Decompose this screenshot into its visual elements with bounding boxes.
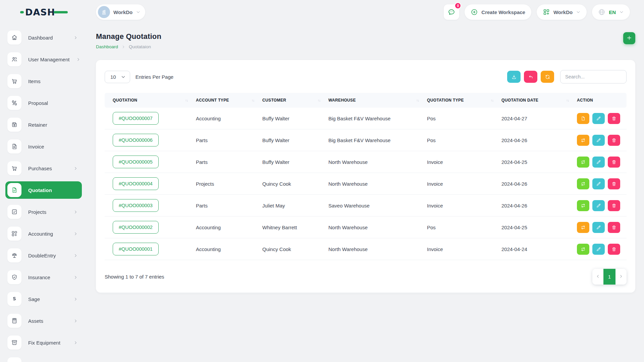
delete-button[interactable] [608, 222, 620, 233]
sort-icon[interactable]: ↑↓ [566, 99, 569, 102]
breadcrumb-dashboard-link[interactable]: Dashboard [96, 44, 118, 49]
quotation-date-cell: 2024-04-26 [497, 129, 573, 151]
row-actions [577, 135, 623, 146]
chevron-right-icon [73, 297, 78, 301]
shield-icon [11, 274, 18, 281]
topbar-actions: 0 Create Workspace WorkDo EN [444, 4, 644, 20]
delete-button[interactable] [608, 200, 620, 211]
column-header-quotation-type[interactable]: QUOTATION TYPE↑↓ [423, 93, 497, 108]
convert-button[interactable] [577, 222, 589, 233]
next-page-button[interactable] [615, 269, 627, 285]
convert-button[interactable] [577, 178, 589, 189]
quotation-number-badge[interactable]: #QUOO000001 [113, 243, 159, 255]
globe-icon [598, 8, 605, 16]
chevron-right-icon [76, 57, 80, 62]
grid-plus-icon [11, 230, 18, 237]
edit-button[interactable] [592, 157, 605, 168]
sidebar-item-items[interactable]: Items [5, 72, 82, 90]
workspace-menu-button[interactable]: WorkDo [537, 4, 587, 20]
sidebar-item-fix-equipment[interactable]: Fix Equipment [5, 334, 82, 351]
export-button[interactable] [507, 71, 521, 83]
convert-button[interactable] [577, 135, 589, 146]
file-text-icon [11, 143, 18, 150]
column-header-customer[interactable]: CUSTOMER↑↓ [258, 93, 324, 108]
column-header-action: ACTION [573, 93, 627, 108]
delete-button[interactable] [608, 244, 620, 255]
undo-button[interactable] [524, 71, 537, 83]
quotation-number-badge[interactable]: #QUOO000004 [113, 177, 159, 190]
sidebar: Dashboard User Management Items Proposal… [0, 24, 87, 362]
customer-cell: Quincy Cook [258, 173, 324, 195]
sort-icon[interactable]: ↑↓ [252, 99, 254, 102]
sidebar-item-doubleentry[interactable]: DoubleEntry [5, 247, 82, 264]
quotation-type-cell: Pos [423, 217, 497, 238]
sidebar-item-quotation[interactable]: Quotation [5, 181, 82, 199]
sidebar-item-dashboard[interactable]: Dashboard [5, 29, 82, 46]
column-header-warehouse[interactable]: WAREHOUSE↑↓ [324, 93, 423, 108]
quotation-date-cell: 2024-04-25 [497, 217, 573, 238]
sidebar-item-retainer[interactable]: Retainer [5, 116, 82, 133]
column-header-quotation-date[interactable]: QUOTATION DATE↑↓ [497, 93, 573, 108]
chevron-right-icon [619, 274, 623, 280]
account-type-cell: Accounting [192, 238, 258, 260]
sort-icon[interactable]: ↑↓ [416, 99, 419, 102]
column-header-quotation[interactable]: QUOTATION↑↓ [105, 93, 192, 108]
row-actions [577, 222, 623, 233]
sidebar-item-purchases[interactable]: Purchases [5, 160, 82, 177]
sort-icon[interactable]: ↑↓ [185, 99, 188, 102]
sidebar-item-label: Dashboard [28, 35, 67, 41]
workspace-switcher[interactable]: WorkDo [96, 4, 145, 20]
quotation-number-badge[interactable]: #QUOO000002 [113, 221, 159, 234]
quotation-number-badge[interactable]: #QUOO000007 [113, 112, 159, 125]
edit-button[interactable] [592, 222, 605, 233]
chevron-right-icon [73, 232, 78, 236]
chevron-left-icon [596, 274, 600, 280]
sort-icon[interactable]: ↑↓ [318, 99, 320, 102]
page-1-button[interactable]: 1 [603, 269, 615, 285]
edit-button[interactable] [592, 135, 605, 146]
sidebar-item-invoice[interactable]: Invoice [5, 138, 82, 155]
quotation-number-badge[interactable]: #QUOO000005 [113, 156, 159, 168]
convert-button[interactable] [577, 200, 589, 211]
convert-button[interactable] [577, 244, 589, 255]
table-row: #QUOO000005 Parts Buffy Walter North War… [105, 151, 627, 173]
delete-button[interactable] [608, 135, 620, 146]
column-header-account-type[interactable]: ACCOUNT TYPE↑↓ [192, 93, 258, 108]
search-input[interactable] [560, 70, 627, 83]
sidebar-item-accounting[interactable]: Accounting [5, 225, 82, 242]
sidebar-item-projects[interactable]: Projects [5, 203, 82, 221]
language-button[interactable]: EN [592, 4, 630, 20]
sidebar-item-sage[interactable]: S Sage [5, 290, 82, 308]
delete-button[interactable] [608, 113, 620, 124]
sidebar-item-proposal[interactable]: Proposal [5, 94, 82, 112]
customer-cell: Buffy Walter [258, 151, 324, 173]
calculator-icon [11, 317, 18, 324]
quotation-number-badge[interactable]: #QUOO000006 [113, 134, 159, 146]
sort-icon[interactable]: ↑↓ [491, 99, 493, 102]
chevron-right-icon [73, 319, 78, 323]
add-quotation-button[interactable] [623, 32, 635, 44]
chevron-right-icon [73, 341, 78, 345]
entries-per-page-select[interactable]: 10 [105, 71, 130, 83]
convert-button[interactable] [577, 157, 589, 168]
messages-button[interactable]: 0 [444, 4, 459, 20]
quotation-type-cell: Pos [423, 108, 497, 129]
toolbar-buttons [504, 70, 627, 83]
sidebar-item-insurance[interactable]: Insurance [5, 268, 82, 286]
quotation-table: QUOTATION↑↓ACCOUNT TYPE↑↓CUSTOMER↑↓WAREH… [105, 93, 627, 260]
building-icon [98, 6, 110, 18]
edit-button[interactable] [592, 200, 605, 211]
sidebar-item-assets[interactable]: Assets [5, 312, 82, 329]
sidebar-item-hrm[interactable]: HRM [5, 356, 82, 362]
previous-page-button[interactable] [592, 269, 603, 285]
edit-button[interactable] [592, 113, 605, 124]
create-workspace-button[interactable]: Create Workspace [465, 4, 531, 20]
delete-button[interactable] [608, 157, 620, 168]
quotation-number-badge[interactable]: #QUOO000003 [113, 199, 159, 212]
edit-button[interactable] [592, 178, 605, 189]
refresh-button[interactable] [541, 71, 554, 83]
duplicate-button[interactable] [577, 113, 589, 124]
sidebar-item-user-management[interactable]: User Management [5, 51, 82, 68]
edit-button[interactable] [592, 244, 605, 255]
delete-button[interactable] [608, 178, 620, 189]
